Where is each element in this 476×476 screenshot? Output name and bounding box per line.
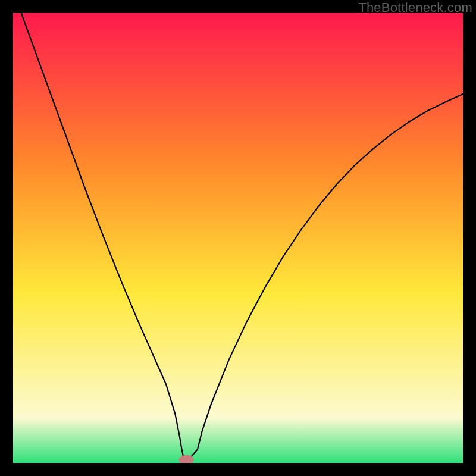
optimal-point-marker <box>179 455 193 463</box>
chart-svg <box>13 13 463 463</box>
gradient-background <box>13 13 463 463</box>
chart-frame: TheBottleneck.com <box>0 0 476 476</box>
watermark-text: TheBottleneck.com <box>358 0 472 15</box>
plot-area <box>13 13 463 463</box>
